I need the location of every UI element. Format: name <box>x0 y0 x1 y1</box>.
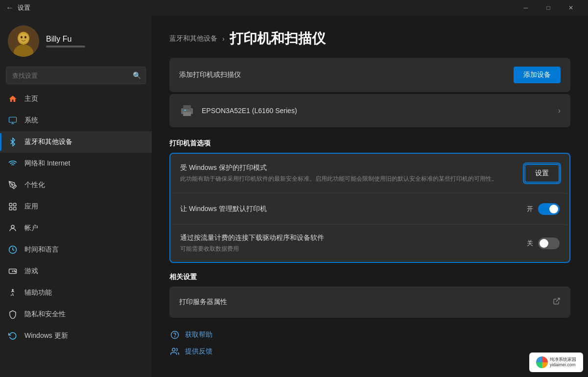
svg-point-12 <box>11 225 14 228</box>
avatar <box>8 25 39 57</box>
svg-point-5 <box>24 36 26 39</box>
windows-protection-desc: 此功能有助于确保采用打印机软件的最新安全标准。启用此功能可能会限制使用旧的默认安… <box>180 174 515 183</box>
windows-protection-title: 受 Windows 保护的打印模式 <box>180 164 515 172</box>
svg-rect-9 <box>14 203 16 206</box>
privacy-icon <box>8 309 18 319</box>
sidebar-item-home[interactable]: 主页 <box>0 88 152 110</box>
sidebar-item-accessibility[interactable]: 辅助功能 <box>0 282 152 304</box>
home-icon <box>8 94 18 104</box>
gaming-icon <box>8 266 18 276</box>
add-printer-card: 添加打印机或扫描仪 添加设备 <box>169 58 570 92</box>
printer-preferences-title: 打印机首选项 <box>169 139 570 148</box>
get-help-icon <box>169 330 180 340</box>
apps-icon <box>8 202 18 212</box>
epson-printer-card: EPSON3A52E1 (L6160 Series) › <box>169 94 570 127</box>
sidebar-item-bluetooth[interactable]: 蓝牙和其他设备 <box>0 131 152 153</box>
windows-protection-row: 受 Windows 保护的打印模式 此功能有助于确保采用打印机软件的最新安全标准… <box>170 154 569 193</box>
nav-list: 主页 系统 蓝牙和其他设备 网络和 Internet <box>0 88 152 347</box>
sidebar-item-accounts[interactable]: 帐户 <box>0 217 152 239</box>
svg-rect-11 <box>14 208 16 210</box>
svg-rect-10 <box>9 208 12 210</box>
get-help-label: 获取帮助 <box>185 330 212 339</box>
search-input[interactable] <box>6 67 146 84</box>
back-button[interactable]: ← <box>6 3 14 12</box>
feedback-label: 提供反馈 <box>185 347 212 356</box>
metered-toggle-label: 关 <box>527 239 533 248</box>
page-title: 打印机和扫描仪 <box>230 29 326 48</box>
svg-point-28 <box>172 348 175 351</box>
manage-default-title: 让 Windows 管理默认打印机 <box>180 205 527 213</box>
printer-icon <box>179 103 195 118</box>
titlebar: ← 设置 ─ □ ✕ <box>0 0 588 16</box>
metered-connection-title: 通过按流量计费的连接下载驱动程序和设备软件 <box>180 234 527 242</box>
titlebar-title: 设置 <box>18 3 30 12</box>
sidebar-item-update[interactable]: Windows 更新 <box>0 325 152 347</box>
search-box: 🔍 <box>6 67 146 84</box>
svg-rect-6 <box>9 117 17 122</box>
system-icon <box>8 116 18 125</box>
metered-connection-toggle[interactable] <box>538 237 560 249</box>
user-status-bar <box>46 46 85 47</box>
svg-point-3 <box>19 33 28 43</box>
add-device-button[interactable]: 添加设备 <box>514 67 561 83</box>
sidebar-item-system[interactable]: 系统 <box>0 110 152 131</box>
add-printer-row: 添加打印机或扫描仪 添加设备 <box>169 58 570 92</box>
maximize-button[interactable]: □ <box>537 0 560 16</box>
titlebar-controls: ─ □ ✕ <box>515 0 582 16</box>
related-settings-title: 相关设置 <box>169 273 570 282</box>
update-icon <box>8 331 18 341</box>
related-settings-card: 打印服务器属性 <box>169 286 570 318</box>
breadcrumb-separator: › <box>222 35 225 43</box>
svg-point-4 <box>21 36 23 39</box>
toggle-thumb <box>549 205 558 213</box>
minimize-button[interactable]: ─ <box>515 0 537 16</box>
watermark: 纯净系统家园 yidaimei.com <box>529 353 583 372</box>
feedback-icon <box>169 346 180 357</box>
svg-point-19 <box>12 289 13 290</box>
svg-rect-23 <box>184 110 186 111</box>
manage-default-toggle[interactable] <box>538 203 560 215</box>
sidebar-item-apps[interactable]: 应用 <box>0 196 152 217</box>
feedback-link[interactable]: 提供反馈 <box>169 346 570 357</box>
manage-default-row: 让 Windows 管理默认打印机 开 <box>170 193 569 224</box>
accounts-icon <box>8 223 18 233</box>
windows-protection-settings-button[interactable]: 设置 <box>524 164 560 183</box>
metered-connection-row: 通过按流量计费的连接下载驱动程序和设备软件 可能需要收取数据费用 关 <box>170 224 569 262</box>
close-button[interactable]: ✕ <box>560 0 582 16</box>
svg-rect-8 <box>9 203 12 206</box>
manage-default-toggle-label: 开 <box>527 205 533 213</box>
breadcrumb-parent[interactable]: 蓝牙和其他设备 <box>169 34 217 43</box>
svg-rect-24 <box>190 110 191 111</box>
time-icon <box>8 245 18 255</box>
sidebar-item-gaming[interactable]: 游戏 <box>0 260 152 282</box>
svg-line-25 <box>556 298 560 302</box>
svg-rect-21 <box>183 105 191 109</box>
network-icon <box>8 159 18 168</box>
titlebar-left: ← 设置 <box>6 3 30 12</box>
watermark-logo <box>536 356 548 368</box>
print-server-row[interactable]: 打印服务器属性 <box>169 286 570 318</box>
sidebar-item-time[interactable]: 时间和语言 <box>0 239 152 260</box>
content-area: 蓝牙和其他设备 › 打印机和扫描仪 添加打印机或扫描仪 添加设备 <box>152 16 588 377</box>
windows-protection-card: 受 Windows 保护的打印模式 此功能有助于确保采用打印机软件的最新安全标准… <box>169 153 570 263</box>
user-profile[interactable]: Billy Fu <box>0 16 152 67</box>
sidebar-item-privacy[interactable]: 隐私和安全性 <box>0 304 152 325</box>
sidebar-item-network[interactable]: 网络和 Internet <box>0 153 152 174</box>
metered-toggle-thumb <box>540 239 548 248</box>
accessibility-icon <box>8 288 18 298</box>
metered-connection-desc: 可能需要收取数据费用 <box>180 244 527 253</box>
bluetooth-icon <box>8 137 18 147</box>
chevron-right-icon: › <box>558 106 561 115</box>
user-info: Billy Fu <box>46 35 85 47</box>
svg-point-18 <box>15 271 16 272</box>
svg-point-7 <box>12 184 13 186</box>
breadcrumb: 蓝牙和其他设备 › 打印机和扫描仪 <box>169 29 570 48</box>
sidebar: Billy Fu 🔍 主页 系统 <box>0 16 152 377</box>
sidebar-item-personalize[interactable]: 个性化 <box>0 174 152 196</box>
epson-printer-row[interactable]: EPSON3A52E1 (L6160 Series) › <box>169 94 570 127</box>
page-header: 蓝牙和其他设备 › 打印机和扫描仪 <box>152 16 588 58</box>
personalize-icon <box>8 180 18 190</box>
main-container: Billy Fu 🔍 主页 系统 <box>0 16 588 377</box>
get-help-link[interactable]: 获取帮助 <box>169 330 570 340</box>
content-inner: 添加打印机或扫描仪 添加设备 <box>152 58 588 375</box>
